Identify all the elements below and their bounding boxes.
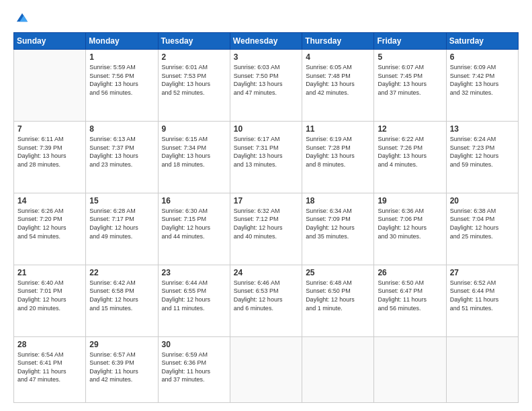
calendar-cell: 20Sunrise: 6:38 AM Sunset: 7:04 PM Dayli… <box>446 193 518 265</box>
calendar-cell <box>446 336 518 402</box>
day-number: 12 <box>378 124 442 134</box>
day-number: 14 <box>17 196 82 205</box>
calendar-cell: 2Sunrise: 6:01 AM Sunset: 7:53 PM Daylig… <box>158 50 230 122</box>
day-info: Sunrise: 6:36 AM Sunset: 7:06 PM Dayligh… <box>378 207 442 240</box>
day-number: 6 <box>450 52 515 62</box>
calendar-cell: 4Sunrise: 6:05 AM Sunset: 7:48 PM Daylig… <box>302 50 374 122</box>
weekday-header-monday: Monday <box>86 33 158 50</box>
day-number: 17 <box>234 196 298 205</box>
calendar-cell: 5Sunrise: 6:07 AM Sunset: 7:45 PM Daylig… <box>374 50 446 122</box>
day-number: 4 <box>306 52 370 62</box>
day-info: Sunrise: 6:01 AM Sunset: 7:53 PM Dayligh… <box>162 63 226 97</box>
calendar-cell <box>302 336 374 402</box>
day-info: Sunrise: 6:34 AM Sunset: 7:09 PM Dayligh… <box>306 207 370 240</box>
calendar-cell: 27Sunrise: 6:52 AM Sunset: 6:44 PM Dayli… <box>446 265 518 336</box>
day-info: Sunrise: 6:11 AM Sunset: 7:39 PM Dayligh… <box>17 135 82 169</box>
calendar-cell: 26Sunrise: 6:50 AM Sunset: 6:47 PM Dayli… <box>374 265 446 336</box>
calendar-cell: 3Sunrise: 6:03 AM Sunset: 7:50 PM Daylig… <box>230 50 302 122</box>
weekday-header-saturday: Saturday <box>446 33 518 50</box>
calendar-header-row: SundayMondayTuesdayWednesdayThursdayFrid… <box>14 33 519 50</box>
day-number: 16 <box>162 196 226 205</box>
logo <box>13 12 30 26</box>
calendar-cell: 13Sunrise: 6:24 AM Sunset: 7:23 PM Dayli… <box>446 121 518 193</box>
day-info: Sunrise: 6:07 AM Sunset: 7:45 PM Dayligh… <box>378 63 442 97</box>
calendar-table: SundayMondayTuesdayWednesdayThursdayFrid… <box>13 32 519 403</box>
weekday-header-thursday: Thursday <box>302 33 374 50</box>
day-info: Sunrise: 6:46 AM Sunset: 6:53 PM Dayligh… <box>234 279 298 312</box>
day-number: 19 <box>378 196 442 205</box>
day-info: Sunrise: 6:22 AM Sunset: 7:26 PM Dayligh… <box>378 135 442 169</box>
day-info: Sunrise: 6:30 AM Sunset: 7:15 PM Dayligh… <box>162 207 226 240</box>
page: SundayMondayTuesdayWednesdayThursdayFrid… <box>0 0 532 411</box>
day-info: Sunrise: 6:48 AM Sunset: 6:50 PM Dayligh… <box>306 279 370 312</box>
calendar-cell: 11Sunrise: 6:19 AM Sunset: 7:28 PM Dayli… <box>302 121 374 193</box>
day-info: Sunrise: 6:57 AM Sunset: 6:39 PM Dayligh… <box>89 351 154 384</box>
day-info: Sunrise: 6:26 AM Sunset: 7:20 PM Dayligh… <box>17 207 82 240</box>
day-info: Sunrise: 6:13 AM Sunset: 7:37 PM Dayligh… <box>89 135 154 169</box>
calendar-week-row: 7Sunrise: 6:11 AM Sunset: 7:39 PM Daylig… <box>14 121 519 193</box>
day-info: Sunrise: 6:24 AM Sunset: 7:23 PM Dayligh… <box>450 135 515 169</box>
calendar-cell: 14Sunrise: 6:26 AM Sunset: 7:20 PM Dayli… <box>14 193 86 265</box>
day-info: Sunrise: 6:09 AM Sunset: 7:42 PM Dayligh… <box>450 63 515 97</box>
calendar-cell <box>230 336 302 402</box>
day-number: 2 <box>162 52 226 62</box>
calendar-week-row: 14Sunrise: 6:26 AM Sunset: 7:20 PM Dayli… <box>14 193 519 265</box>
day-info: Sunrise: 6:38 AM Sunset: 7:04 PM Dayligh… <box>450 207 515 240</box>
calendar-week-row: 1Sunrise: 5:59 AM Sunset: 7:56 PM Daylig… <box>14 50 519 122</box>
day-number: 22 <box>89 268 154 277</box>
day-info: Sunrise: 6:28 AM Sunset: 7:17 PM Dayligh… <box>89 207 154 240</box>
day-number: 9 <box>162 124 226 134</box>
calendar-cell: 29Sunrise: 6:57 AM Sunset: 6:39 PM Dayli… <box>86 336 158 402</box>
calendar-cell: 21Sunrise: 6:40 AM Sunset: 7:01 PM Dayli… <box>14 265 86 336</box>
day-info: Sunrise: 6:17 AM Sunset: 7:31 PM Dayligh… <box>234 135 298 169</box>
calendar-cell: 19Sunrise: 6:36 AM Sunset: 7:06 PM Dayli… <box>374 193 446 265</box>
calendar-cell <box>14 50 86 122</box>
day-info: Sunrise: 6:42 AM Sunset: 6:58 PM Dayligh… <box>89 279 154 312</box>
calendar-cell: 23Sunrise: 6:44 AM Sunset: 6:55 PM Dayli… <box>158 265 230 336</box>
calendar-cell: 18Sunrise: 6:34 AM Sunset: 7:09 PM Dayli… <box>302 193 374 265</box>
calendar-cell: 8Sunrise: 6:13 AM Sunset: 7:37 PM Daylig… <box>86 121 158 193</box>
day-number: 26 <box>378 268 442 277</box>
day-info: Sunrise: 6:32 AM Sunset: 7:12 PM Dayligh… <box>234 207 298 240</box>
calendar-cell <box>374 336 446 402</box>
calendar-week-row: 21Sunrise: 6:40 AM Sunset: 7:01 PM Dayli… <box>14 265 519 336</box>
calendar-cell: 10Sunrise: 6:17 AM Sunset: 7:31 PM Dayli… <box>230 121 302 193</box>
day-info: Sunrise: 6:15 AM Sunset: 7:34 PM Dayligh… <box>162 135 226 169</box>
calendar-cell: 15Sunrise: 6:28 AM Sunset: 7:17 PM Dayli… <box>86 193 158 265</box>
day-info: Sunrise: 6:52 AM Sunset: 6:44 PM Dayligh… <box>450 279 515 312</box>
day-number: 10 <box>234 124 298 134</box>
day-info: Sunrise: 6:40 AM Sunset: 7:01 PM Dayligh… <box>17 279 82 312</box>
calendar-cell: 9Sunrise: 6:15 AM Sunset: 7:34 PM Daylig… <box>158 121 230 193</box>
calendar-cell: 12Sunrise: 6:22 AM Sunset: 7:26 PM Dayli… <box>374 121 446 193</box>
day-number: 21 <box>17 268 82 277</box>
calendar-cell: 17Sunrise: 6:32 AM Sunset: 7:12 PM Dayli… <box>230 193 302 265</box>
calendar-cell: 24Sunrise: 6:46 AM Sunset: 6:53 PM Dayli… <box>230 265 302 336</box>
day-number: 24 <box>234 268 298 277</box>
day-info: Sunrise: 6:54 AM Sunset: 6:41 PM Dayligh… <box>17 351 82 384</box>
day-number: 15 <box>89 196 154 205</box>
day-number: 29 <box>89 340 154 349</box>
day-info: Sunrise: 5:59 AM Sunset: 7:56 PM Dayligh… <box>89 63 154 97</box>
header <box>13 12 519 26</box>
day-number: 28 <box>17 340 82 349</box>
calendar-cell: 1Sunrise: 5:59 AM Sunset: 7:56 PM Daylig… <box>86 50 158 122</box>
day-number: 5 <box>378 52 442 62</box>
day-number: 13 <box>450 124 515 134</box>
day-number: 30 <box>162 340 226 349</box>
calendar-cell: 22Sunrise: 6:42 AM Sunset: 6:58 PM Dayli… <box>86 265 158 336</box>
weekday-header-friday: Friday <box>374 33 446 50</box>
day-number: 25 <box>306 268 370 277</box>
day-info: Sunrise: 6:19 AM Sunset: 7:28 PM Dayligh… <box>306 135 370 169</box>
day-info: Sunrise: 6:59 AM Sunset: 6:36 PM Dayligh… <box>162 351 226 384</box>
weekday-header-wednesday: Wednesday <box>230 33 302 50</box>
day-number: 11 <box>306 124 370 134</box>
calendar-cell: 6Sunrise: 6:09 AM Sunset: 7:42 PM Daylig… <box>446 50 518 122</box>
calendar-cell: 25Sunrise: 6:48 AM Sunset: 6:50 PM Dayli… <box>302 265 374 336</box>
day-info: Sunrise: 6:05 AM Sunset: 7:48 PM Dayligh… <box>306 63 370 97</box>
day-number: 18 <box>306 196 370 205</box>
calendar-cell: 16Sunrise: 6:30 AM Sunset: 7:15 PM Dayli… <box>158 193 230 265</box>
weekday-header-tuesday: Tuesday <box>158 33 230 50</box>
day-number: 1 <box>89 52 154 62</box>
day-number: 27 <box>450 268 515 277</box>
calendar-cell: 30Sunrise: 6:59 AM Sunset: 6:36 PM Dayli… <box>158 336 230 402</box>
